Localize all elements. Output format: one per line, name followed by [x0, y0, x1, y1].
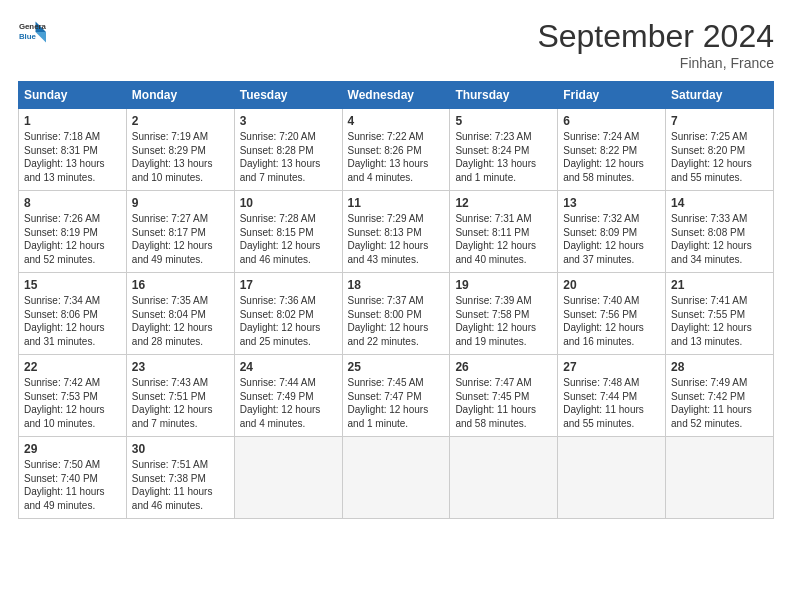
- day-info: Daylight: 12 hours: [132, 239, 229, 253]
- day-cell: 14Sunrise: 7:33 AMSunset: 8:08 PMDayligh…: [666, 191, 774, 273]
- day-cell: 4Sunrise: 7:22 AMSunset: 8:26 PMDaylight…: [342, 109, 450, 191]
- day-info: and 1 minute.: [348, 417, 445, 431]
- day-info: and 58 minutes.: [455, 417, 552, 431]
- day-cell: 16Sunrise: 7:35 AMSunset: 8:04 PMDayligh…: [126, 273, 234, 355]
- day-info: Daylight: 12 hours: [240, 321, 337, 335]
- day-info: Sunrise: 7:43 AM: [132, 376, 229, 390]
- day-number: 7: [671, 113, 768, 129]
- day-info: Sunset: 8:06 PM: [24, 308, 121, 322]
- day-info: Sunrise: 7:25 AM: [671, 130, 768, 144]
- day-cell: 12Sunrise: 7:31 AMSunset: 8:11 PMDayligh…: [450, 191, 558, 273]
- day-info: Sunrise: 7:45 AM: [348, 376, 445, 390]
- day-info: Sunrise: 7:50 AM: [24, 458, 121, 472]
- day-info: Daylight: 12 hours: [563, 239, 660, 253]
- day-info: Daylight: 11 hours: [132, 485, 229, 499]
- day-info: Sunset: 7:47 PM: [348, 390, 445, 404]
- day-info: and 46 minutes.: [132, 499, 229, 513]
- day-info: and 4 minutes.: [240, 417, 337, 431]
- day-info: Daylight: 12 hours: [563, 321, 660, 335]
- day-info: and 19 minutes.: [455, 335, 552, 349]
- day-number: 24: [240, 359, 337, 375]
- day-info: and 49 minutes.: [132, 253, 229, 267]
- day-cell: [666, 437, 774, 519]
- day-info: Sunset: 8:22 PM: [563, 144, 660, 158]
- week-row-1: 1Sunrise: 7:18 AMSunset: 8:31 PMDaylight…: [19, 109, 774, 191]
- day-info: and 7 minutes.: [240, 171, 337, 185]
- day-number: 4: [348, 113, 445, 129]
- day-info: Daylight: 12 hours: [671, 157, 768, 171]
- day-info: Sunset: 8:00 PM: [348, 308, 445, 322]
- day-info: Sunrise: 7:23 AM: [455, 130, 552, 144]
- day-info: Daylight: 12 hours: [132, 321, 229, 335]
- day-info: Sunset: 8:08 PM: [671, 226, 768, 240]
- day-info: Daylight: 12 hours: [348, 403, 445, 417]
- day-info: and 7 minutes.: [132, 417, 229, 431]
- logo: General Blue: [18, 18, 46, 46]
- day-info: Daylight: 13 hours: [348, 157, 445, 171]
- day-info: and 52 minutes.: [24, 253, 121, 267]
- day-cell: 8Sunrise: 7:26 AMSunset: 8:19 PMDaylight…: [19, 191, 127, 273]
- day-info: and 34 minutes.: [671, 253, 768, 267]
- day-number: 13: [563, 195, 660, 211]
- day-info: Daylight: 12 hours: [455, 239, 552, 253]
- day-info: and 43 minutes.: [348, 253, 445, 267]
- day-info: Sunset: 7:53 PM: [24, 390, 121, 404]
- day-cell: 23Sunrise: 7:43 AMSunset: 7:51 PMDayligh…: [126, 355, 234, 437]
- calendar-table: SundayMondayTuesdayWednesdayThursdayFrid…: [18, 81, 774, 519]
- day-info: and 58 minutes.: [563, 171, 660, 185]
- day-info: Sunset: 7:49 PM: [240, 390, 337, 404]
- day-info: Sunrise: 7:18 AM: [24, 130, 121, 144]
- day-info: Sunrise: 7:24 AM: [563, 130, 660, 144]
- day-info: Sunset: 7:55 PM: [671, 308, 768, 322]
- day-header-wednesday: Wednesday: [342, 82, 450, 109]
- day-info: Daylight: 12 hours: [671, 239, 768, 253]
- day-info: and 46 minutes.: [240, 253, 337, 267]
- day-info: Sunrise: 7:40 AM: [563, 294, 660, 308]
- week-row-4: 22Sunrise: 7:42 AMSunset: 7:53 PMDayligh…: [19, 355, 774, 437]
- day-number: 28: [671, 359, 768, 375]
- day-info: Sunset: 8:11 PM: [455, 226, 552, 240]
- day-info: Sunset: 8:09 PM: [563, 226, 660, 240]
- day-info: and 52 minutes.: [671, 417, 768, 431]
- day-info: Sunrise: 7:26 AM: [24, 212, 121, 226]
- day-info: Sunrise: 7:39 AM: [455, 294, 552, 308]
- title-section: September 2024 Finhan, France: [537, 18, 774, 71]
- day-info: Sunrise: 7:22 AM: [348, 130, 445, 144]
- day-number: 11: [348, 195, 445, 211]
- day-info: Sunset: 7:51 PM: [132, 390, 229, 404]
- day-cell: 20Sunrise: 7:40 AMSunset: 7:56 PMDayligh…: [558, 273, 666, 355]
- day-info: Daylight: 12 hours: [24, 321, 121, 335]
- day-number: 6: [563, 113, 660, 129]
- day-info: Sunrise: 7:20 AM: [240, 130, 337, 144]
- day-cell: 9Sunrise: 7:27 AMSunset: 8:17 PMDaylight…: [126, 191, 234, 273]
- day-info: Sunrise: 7:44 AM: [240, 376, 337, 390]
- week-row-5: 29Sunrise: 7:50 AMSunset: 7:40 PMDayligh…: [19, 437, 774, 519]
- day-info: Sunrise: 7:34 AM: [24, 294, 121, 308]
- day-number: 3: [240, 113, 337, 129]
- day-cell: 10Sunrise: 7:28 AMSunset: 8:15 PMDayligh…: [234, 191, 342, 273]
- week-row-2: 8Sunrise: 7:26 AMSunset: 8:19 PMDaylight…: [19, 191, 774, 273]
- day-info: Sunset: 8:17 PM: [132, 226, 229, 240]
- day-cell: [342, 437, 450, 519]
- day-info: Daylight: 13 hours: [132, 157, 229, 171]
- day-info: Sunset: 8:04 PM: [132, 308, 229, 322]
- day-number: 21: [671, 277, 768, 293]
- day-info: and 55 minutes.: [563, 417, 660, 431]
- day-info: and 28 minutes.: [132, 335, 229, 349]
- day-number: 9: [132, 195, 229, 211]
- day-info: Sunset: 8:24 PM: [455, 144, 552, 158]
- day-number: 30: [132, 441, 229, 457]
- day-header-saturday: Saturday: [666, 82, 774, 109]
- day-info: Sunrise: 7:42 AM: [24, 376, 121, 390]
- day-info: and 10 minutes.: [24, 417, 121, 431]
- day-info: Sunrise: 7:28 AM: [240, 212, 337, 226]
- calendar-page: General Blue September 2024 Finhan, Fran…: [0, 0, 792, 612]
- day-header-tuesday: Tuesday: [234, 82, 342, 109]
- day-number: 17: [240, 277, 337, 293]
- day-cell: [234, 437, 342, 519]
- day-info: and 25 minutes.: [240, 335, 337, 349]
- day-info: Daylight: 12 hours: [24, 403, 121, 417]
- day-info: and 13 minutes.: [24, 171, 121, 185]
- day-info: Sunrise: 7:51 AM: [132, 458, 229, 472]
- day-number: 2: [132, 113, 229, 129]
